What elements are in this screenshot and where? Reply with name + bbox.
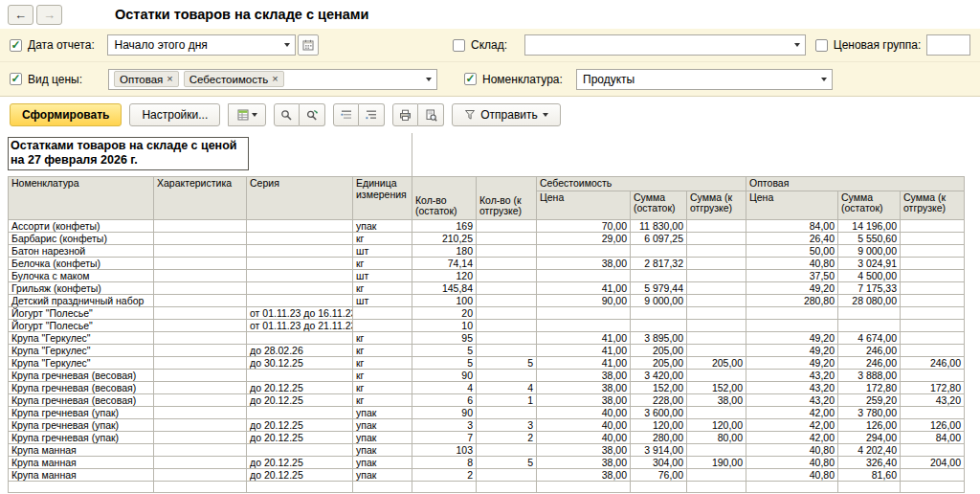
cell[interactable]: 43,20 bbox=[901, 393, 965, 406]
cell[interactable]: Крупа "Геркулес" bbox=[9, 344, 154, 356]
cell[interactable]: до 20.12.25 bbox=[247, 418, 353, 431]
cell[interactable]: кг bbox=[353, 257, 412, 269]
generate-button[interactable]: Сформировать bbox=[10, 103, 122, 126]
cell[interactable]: 38,00 bbox=[687, 393, 746, 406]
cell[interactable]: 152,00 bbox=[687, 381, 746, 393]
cell[interactable]: Крупа "Геркулес" bbox=[9, 331, 154, 344]
cell[interactable]: 4 202,40 bbox=[838, 443, 901, 456]
cell[interactable]: 38,00 bbox=[537, 456, 631, 468]
cell[interactable] bbox=[477, 331, 537, 344]
cell[interactable] bbox=[247, 369, 353, 381]
cell[interactable]: 145,84 bbox=[412, 281, 477, 294]
cell[interactable]: 190,00 bbox=[687, 456, 746, 468]
cell[interactable]: 103 bbox=[412, 443, 477, 456]
cell[interactable]: 90,00 bbox=[537, 294, 631, 306]
cell[interactable] bbox=[537, 481, 631, 492]
cell[interactable] bbox=[154, 381, 247, 393]
cell[interactable]: 3 bbox=[412, 418, 477, 431]
cell[interactable] bbox=[901, 468, 965, 481]
warehouse-field[interactable] bbox=[524, 34, 806, 56]
cell[interactable]: кг bbox=[353, 281, 412, 294]
cell[interactable]: 4 500,00 bbox=[838, 269, 901, 281]
cell[interactable] bbox=[247, 269, 353, 281]
cell[interactable] bbox=[901, 344, 965, 356]
cell[interactable] bbox=[477, 281, 537, 294]
cell[interactable] bbox=[687, 319, 746, 331]
cell[interactable] bbox=[154, 306, 247, 319]
collapse-groups-button[interactable] bbox=[333, 103, 359, 126]
cell[interactable]: 80,00 bbox=[687, 431, 746, 443]
print-preview-button[interactable] bbox=[418, 103, 444, 126]
back-button[interactable]: ← bbox=[8, 5, 33, 25]
cell[interactable]: 3 780,00 bbox=[838, 406, 901, 418]
cell[interactable]: 246,00 bbox=[838, 356, 901, 369]
cell[interactable] bbox=[687, 468, 746, 481]
cell[interactable] bbox=[154, 269, 247, 281]
cell[interactable] bbox=[154, 456, 247, 468]
chevron-down-icon[interactable] bbox=[279, 35, 295, 55]
cell[interactable] bbox=[477, 369, 537, 381]
cell[interactable] bbox=[746, 306, 838, 319]
cell[interactable] bbox=[901, 369, 965, 381]
cell[interactable]: Крупа гречневая (весовая) bbox=[9, 393, 154, 406]
cell[interactable]: 205,00 bbox=[687, 356, 746, 369]
cell[interactable]: кг bbox=[353, 356, 412, 369]
cell[interactable]: упак bbox=[353, 406, 412, 418]
cell[interactable] bbox=[687, 306, 746, 319]
cell[interactable]: 6 bbox=[412, 393, 477, 406]
cell[interactable] bbox=[477, 306, 537, 319]
cell[interactable] bbox=[477, 244, 537, 257]
cell[interactable]: 14 196,00 bbox=[838, 219, 901, 232]
cell[interactable]: 2 817,32 bbox=[631, 257, 687, 269]
cell[interactable] bbox=[247, 294, 353, 306]
cell[interactable]: 74,14 bbox=[412, 257, 477, 269]
cell[interactable]: 169 bbox=[412, 219, 477, 232]
cell[interactable] bbox=[154, 468, 247, 481]
cell[interactable]: Йогурт "Полесье" bbox=[9, 306, 154, 319]
cell[interactable] bbox=[687, 219, 746, 232]
cell[interactable] bbox=[154, 369, 247, 381]
cell[interactable] bbox=[687, 269, 746, 281]
cell[interactable]: упак bbox=[353, 468, 412, 481]
cell[interactable]: 38,00 bbox=[537, 257, 631, 269]
cell[interactable] bbox=[901, 406, 965, 418]
cell[interactable]: 5 bbox=[412, 356, 477, 369]
cell[interactable] bbox=[154, 481, 247, 492]
cell[interactable]: 42,00 bbox=[746, 406, 838, 418]
cell[interactable]: 38,00 bbox=[537, 393, 631, 406]
cell[interactable] bbox=[901, 319, 965, 331]
cell[interactable] bbox=[247, 281, 353, 294]
report-date-checkbox[interactable]: ✓ bbox=[10, 39, 22, 52]
cell[interactable] bbox=[631, 481, 687, 492]
cell[interactable]: 280,80 bbox=[746, 294, 838, 306]
cell[interactable]: 2 bbox=[412, 468, 477, 481]
report-variants-button[interactable] bbox=[228, 103, 266, 126]
cell[interactable] bbox=[154, 406, 247, 418]
cell[interactable] bbox=[687, 232, 746, 244]
col-wholesale-sum-ship[interactable]: Сумма (к отгрузке) bbox=[901, 191, 965, 219]
cell[interactable] bbox=[477, 406, 537, 418]
print-button[interactable] bbox=[392, 103, 418, 126]
cell[interactable]: до 20.12.25 bbox=[247, 431, 353, 443]
col-cost-sum-ship[interactable]: Сумма (к отгрузке) bbox=[687, 191, 746, 219]
cell[interactable]: 40,00 bbox=[537, 406, 631, 418]
cell[interactable]: 9 000,00 bbox=[631, 294, 687, 306]
cell[interactable]: от 01.11.23 до 21.11.23 bbox=[247, 319, 353, 331]
cell[interactable] bbox=[901, 306, 965, 319]
cell[interactable]: Барбарис (конфеты) bbox=[9, 232, 154, 244]
cell[interactable] bbox=[477, 219, 537, 232]
cell[interactable]: 294,00 bbox=[838, 431, 901, 443]
cell[interactable]: 246,00 bbox=[838, 344, 901, 356]
nomenclature-checkbox[interactable]: ✓ bbox=[464, 73, 477, 85]
cell[interactable] bbox=[477, 481, 537, 492]
cell[interactable] bbox=[901, 443, 965, 456]
price-group-field[interactable] bbox=[926, 34, 970, 56]
cell[interactable]: 205,00 bbox=[631, 356, 687, 369]
cell[interactable]: 43,20 bbox=[746, 369, 838, 381]
cell[interactable] bbox=[247, 244, 353, 257]
cell[interactable]: Крупа гречневая (весовая) bbox=[9, 381, 154, 393]
cell[interactable]: Крупа гречневая (упак) bbox=[9, 418, 154, 431]
remove-tag-icon[interactable]: × bbox=[272, 74, 278, 84]
forward-button[interactable]: → bbox=[36, 5, 62, 25]
cell[interactable]: 50,00 bbox=[746, 244, 838, 257]
